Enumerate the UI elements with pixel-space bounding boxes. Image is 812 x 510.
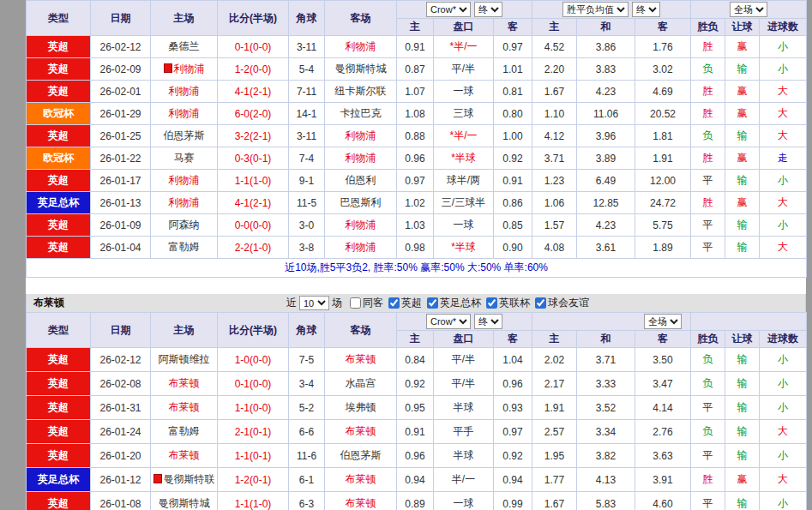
result-wdl: 胜	[691, 81, 725, 103]
avg-away: 4.60	[635, 492, 691, 510]
odds-home: 0.89	[397, 492, 434, 510]
result-handicap: 输	[725, 125, 760, 147]
result-goals: 小	[760, 58, 807, 81]
summary-text: 近10场,胜5平3负2, 胜率:50% 赢率:50% 大:50% 单率:60%	[27, 259, 807, 278]
odds-away: 0.85	[494, 214, 532, 237]
header-score: 比分(半场)	[218, 313, 289, 348]
league-badge: 英超	[27, 58, 91, 81]
avg-away: 4.69	[635, 81, 691, 103]
corners: 11-5	[289, 192, 325, 214]
result-handicap: 输	[725, 372, 760, 396]
league-badge: 欧冠杯	[27, 147, 91, 170]
avg-draw: 4.13	[577, 468, 635, 492]
odds-handicap: 球半/两	[434, 170, 494, 192]
same-away-filter[interactable]: 同客	[350, 296, 383, 310]
score: 3-2(2-1)	[218, 125, 289, 147]
match-date: 26-02-12	[91, 348, 151, 372]
home-team: 利物浦	[151, 58, 218, 81]
result-wdl: 平	[691, 214, 725, 237]
result-handicap: 输	[725, 170, 760, 192]
corners: 3-11	[289, 125, 325, 147]
league-filters: 英超英足总杯英联杯球会友谊	[383, 296, 589, 310]
brighton-filter-bar: 布莱顿 近 10 场 同客 英超英足总杯英联杯球会友谊	[26, 294, 806, 312]
score: 0-1(0-0)	[218, 372, 289, 396]
odds-away: 1.04	[494, 348, 532, 372]
avg-type-select[interactable]: 胜平负均值	[562, 2, 629, 17]
odds-home: 0.88	[397, 125, 434, 147]
avg-away: 20.52	[635, 103, 691, 125]
avg-draw: 3.86	[577, 36, 635, 58]
result-wdl: 负	[691, 348, 725, 372]
league-label: 英联杯	[499, 296, 530, 310]
home-team: 利物浦	[151, 192, 218, 214]
league-badge: 英超	[27, 36, 91, 58]
match-date: 26-01-24	[91, 420, 151, 444]
league-checkbox[interactable]	[388, 297, 400, 309]
match-row: 英超26-01-24富勒姆2-1(0-1)6-6布莱顿0.91平手0.972.5…	[27, 420, 807, 444]
corners: 6-3	[289, 492, 325, 510]
league-badge: 英超	[27, 372, 91, 396]
odds-handicap: 一球	[434, 81, 494, 103]
scope-select[interactable]: 全场	[644, 314, 682, 329]
bookmaker-select[interactable]: Crow*	[426, 314, 471, 329]
corners: 3-0	[289, 214, 325, 237]
empty-select-zone	[691, 313, 807, 331]
same-away-checkbox[interactable]	[350, 297, 361, 309]
result-handicap: 赢	[725, 81, 760, 103]
odds-time-select[interactable]: 终	[474, 2, 502, 17]
league-checkbox[interactable]	[486, 297, 497, 309]
result-handicap: 输	[725, 420, 760, 444]
home-team: 阿森纳	[151, 214, 218, 237]
same-away-label: 同客	[363, 296, 383, 310]
header-avg-home: 主	[532, 19, 577, 36]
result-goals: 大	[760, 81, 807, 103]
league-checkbox[interactable]	[427, 297, 438, 309]
header-handicap-result: 让球	[725, 19, 760, 36]
match-row: 英足总杯26-01-12曼彻斯特联1-2(0-1)6-1布莱顿0.94半/一0.…	[27, 468, 807, 492]
league-filter-2[interactable]: 英足总杯	[427, 296, 481, 310]
result-handicap: 输	[725, 492, 760, 510]
header-wdl: 胜负	[691, 331, 725, 348]
avg-draw: 3.96	[577, 125, 635, 147]
result-wdl: 胜	[691, 147, 725, 170]
match-row: 英超26-02-08布莱顿0-1(0-0)3-4水晶宫0.92平/半0.962.…	[27, 372, 807, 396]
avg-home: 2.17	[532, 372, 577, 396]
result-goals: 大	[760, 125, 807, 147]
content-column: 类型 日期 主场 比分(半场) 角球 客场 Crow*终 胜平负均值终 全场	[26, 0, 806, 510]
league-filter-1[interactable]: 英超	[388, 296, 422, 310]
result-wdl: 平	[691, 492, 725, 510]
league-checkbox[interactable]	[535, 297, 546, 309]
bookmaker-select[interactable]: Crow*	[426, 2, 471, 17]
avg-home: 2.02	[532, 348, 577, 372]
odds-handicap: 三球	[434, 103, 494, 125]
page: 类型 日期 主场 比分(半场) 角球 客场 Crow*终 胜平负均值终 全场	[0, 0, 812, 510]
result-goals: 小	[760, 372, 807, 396]
header-home: 主场	[151, 313, 218, 348]
avg-draw: 3.82	[577, 444, 635, 468]
header-odds-away: 客	[494, 331, 532, 348]
avg-home: 1.77	[532, 468, 577, 492]
league-badge: 英超	[27, 125, 91, 147]
scope-select[interactable]: 全场	[730, 2, 767, 17]
avg-home: 4.08	[532, 237, 577, 259]
match-row: 欧冠杯26-01-29利物浦6-0(2-0)14-1卡拉巴克1.08三球0.80…	[27, 103, 807, 125]
odds-time-select[interactable]: 终	[474, 314, 502, 329]
league-filter-3[interactable]: 英联杯	[486, 296, 530, 310]
match-row: 英足总杯26-01-13利物浦4-1(2-1)11-5巴恩斯利1.02三/三球半…	[27, 192, 807, 214]
corners: 7-4	[289, 147, 325, 170]
match-count-select[interactable]: 10	[299, 296, 329, 310]
odds-handicap: 半球	[434, 444, 494, 468]
avg-time-select[interactable]: 终	[632, 2, 660, 17]
result-goals: 小	[760, 396, 807, 420]
league-filter-4[interactable]: 球会友谊	[535, 296, 589, 310]
match-row: 欧冠杯26-01-22马赛0-3(0-1)7-4利物浦0.96*半球0.923.…	[27, 147, 807, 170]
score: 6-0(2-0)	[218, 103, 289, 125]
odds-away: 0.92	[494, 147, 532, 170]
avg-away: 1.81	[635, 125, 691, 147]
odds-away: 0.97	[494, 420, 532, 444]
result-handicap: 赢	[725, 36, 760, 58]
score: 1-2(0-1)	[218, 468, 289, 492]
avg-home: 1.91	[532, 396, 577, 420]
match-date: 26-02-01	[91, 81, 151, 103]
odds-away: 1.01	[494, 58, 532, 81]
